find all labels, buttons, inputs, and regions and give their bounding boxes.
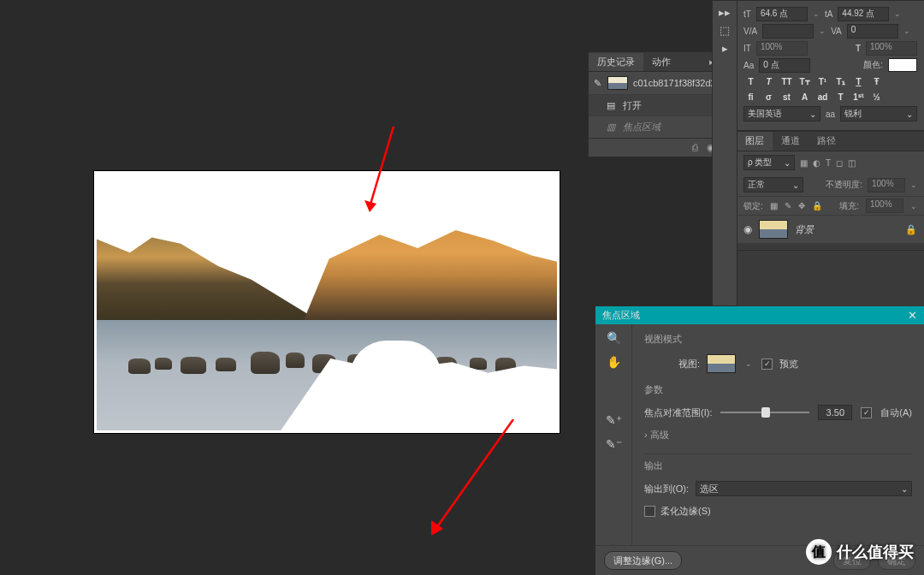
focus-range-label: 焦点对准范围(I):: [644, 406, 712, 419]
ot-fi[interactable]: fi: [743, 91, 758, 104]
preview-checkbox[interactable]: ✓: [761, 359, 773, 370]
kerning-input[interactable]: [762, 24, 814, 39]
blend-mode-select[interactable]: 正常: [743, 177, 803, 193]
auto-checkbox[interactable]: ✓: [861, 407, 872, 418]
create-document-icon[interactable]: ⎙: [692, 142, 698, 153]
collapsed-panel-strip: ▸▸ ⬚ ▸: [712, 0, 737, 306]
font-size-input[interactable]: 64.6 点: [756, 7, 808, 21]
subscript-button[interactable]: T₁: [833, 75, 848, 88]
underline-button[interactable]: T: [851, 75, 866, 88]
chevron-down-icon[interactable]: ⌄: [819, 27, 826, 35]
lock-pixels-icon[interactable]: ▦: [770, 201, 778, 210]
lock-all-icon[interactable]: 🔒: [812, 201, 822, 210]
fill-input[interactable]: 100%: [866, 199, 903, 213]
tracking-input[interactable]: 0: [847, 24, 898, 39]
layers-panel: 图层 通道 路径 ρ 类型 ▦ ◐ T ◻ ◫ 正常 不透明度: 100% ⌄ …: [736, 131, 924, 251]
filter-pixel-icon[interactable]: ▦: [800, 158, 808, 168]
lock-position-icon[interactable]: ✥: [798, 201, 805, 210]
viewmode-group-label: 视图模式: [644, 333, 912, 346]
strikethrough-button[interactable]: Ŧ: [869, 75, 884, 88]
ot-1st[interactable]: 1ˢᵗ: [851, 91, 866, 104]
character-panel: tT 64.6 点 ⌄ tA 44.92 点 ⌄ V/A ⌄ VA 0 ⌄ IT…: [736, 0, 924, 131]
chevron-down-icon[interactable]: ⌄: [813, 9, 820, 18]
chevron-down-icon[interactable]: ⌄: [903, 27, 910, 35]
tab-actions[interactable]: 动作: [643, 53, 679, 71]
view-thumb[interactable]: [707, 354, 736, 373]
focus-range-slider[interactable]: [720, 405, 809, 420]
visibility-toggle[interactable]: ◉: [743, 223, 752, 235]
dialog-title: 焦点区域: [602, 309, 640, 322]
params-group-label: 参数: [644, 383, 912, 396]
chevron-down-icon[interactable]: ⌄: [894, 9, 901, 18]
color-swatch[interactable]: [888, 58, 917, 72]
superscript-button[interactable]: T¹: [815, 75, 830, 88]
dialog-titlebar[interactable]: 焦点区域 ✕: [595, 306, 924, 324]
opacity-input[interactable]: 100%: [868, 178, 905, 193]
add-brush-icon[interactable]: ✎⁺: [606, 413, 622, 427]
strip-icon-1[interactable]: ▸▸: [719, 6, 731, 19]
hscale-input[interactable]: 100%: [866, 41, 917, 56]
color-label: 颜色:: [863, 59, 883, 71]
filter-smart-icon[interactable]: ◫: [848, 158, 856, 168]
tab-channels[interactable]: 通道: [773, 132, 808, 151]
focus-area-dialog: 焦点区域 ✕ 🔍 ✋ ✎⁺ ✎⁻ 视图模式 视图: ⌄ ✓ 预览 参数 焦点对准…: [595, 306, 924, 575]
leading-input[interactable]: 44.92 点: [838, 7, 889, 21]
vscale-label: IT: [743, 44, 751, 53]
strip-icon-2[interactable]: ⬚: [720, 24, 730, 37]
auto-label: 自动(A): [880, 406, 912, 419]
opacity-label: 不透明度:: [826, 179, 862, 191]
svg-line-2: [435, 419, 513, 531]
layer-filter-select[interactable]: ρ 类型: [743, 155, 795, 170]
tab-paths[interactable]: 路径: [808, 132, 844, 151]
focus-icon: ▥: [606, 122, 616, 133]
chevron-down-icon[interactable]: ⌄: [910, 202, 917, 210]
ot-ad[interactable]: ad: [815, 91, 830, 104]
allcaps-button[interactable]: TT: [779, 75, 794, 88]
filter-adjust-icon[interactable]: ◐: [813, 158, 820, 168]
antialiasing-select[interactable]: 锐利: [840, 106, 917, 122]
filter-type-icon[interactable]: T: [826, 158, 831, 168]
fill-label: 填充:: [839, 200, 859, 212]
language-select[interactable]: 美国英语: [743, 106, 820, 122]
font-size-icon: tT: [743, 9, 751, 19]
advanced-toggle[interactable]: 高级: [644, 429, 912, 442]
layer-name[interactable]: 背景: [795, 223, 898, 236]
layer-thumb: [759, 220, 788, 239]
refine-edge-button[interactable]: 调整边缘(G)...: [604, 551, 682, 570]
filter-shape-icon[interactable]: ◻: [836, 158, 843, 168]
type-style-row: T T TT Tᴛ T¹ T₁ T Ŧ: [743, 75, 917, 88]
lock-paint-icon[interactable]: ✎: [785, 201, 791, 210]
baseline-input[interactable]: 0 点: [759, 58, 810, 73]
vscale-input[interactable]: 100%: [756, 41, 808, 56]
close-icon[interactable]: ✕: [908, 309, 917, 322]
lock-label: 锁定:: [743, 200, 763, 212]
layer-row-background[interactable]: ◉ 背景 🔒: [737, 216, 924, 243]
output-select[interactable]: 选区: [696, 481, 912, 496]
bold-button[interactable]: T: [743, 75, 758, 88]
soften-label: 柔化边缘(S): [660, 505, 711, 518]
view-select-chevron[interactable]: ⌄: [743, 358, 755, 370]
document-window[interactable]: [94, 171, 560, 433]
hand-tool-icon[interactable]: ✋: [607, 355, 621, 369]
soften-checkbox[interactable]: [644, 506, 655, 517]
ot-A[interactable]: A: [797, 91, 812, 104]
ot-T[interactable]: T: [833, 91, 848, 104]
tab-layers[interactable]: 图层: [737, 132, 773, 151]
watermark: 值 什么值得买: [806, 539, 914, 565]
ot-st[interactable]: st: [779, 91, 794, 104]
view-label: 视图:: [678, 358, 700, 370]
smallcaps-button[interactable]: Tᴛ: [797, 75, 812, 88]
output-group-label: 输出: [644, 459, 912, 472]
strip-icon-3[interactable]: ▸: [722, 42, 728, 55]
tracking-label: VA: [831, 27, 842, 36]
chevron-down-icon[interactable]: ⌄: [910, 181, 917, 189]
tab-history[interactable]: 历史记录: [589, 53, 643, 71]
zoom-tool-icon[interactable]: 🔍: [607, 331, 621, 345]
ot-half[interactable]: ½: [869, 91, 884, 104]
output-to-label: 输出到(O):: [644, 483, 689, 495]
focus-range-value[interactable]: 3.50: [818, 405, 852, 420]
italic-button[interactable]: T: [761, 75, 776, 88]
kerning-label: V/A: [743, 27, 757, 36]
ot-sigma[interactable]: σ: [761, 91, 776, 104]
subtract-brush-icon[interactable]: ✎⁻: [606, 437, 622, 451]
